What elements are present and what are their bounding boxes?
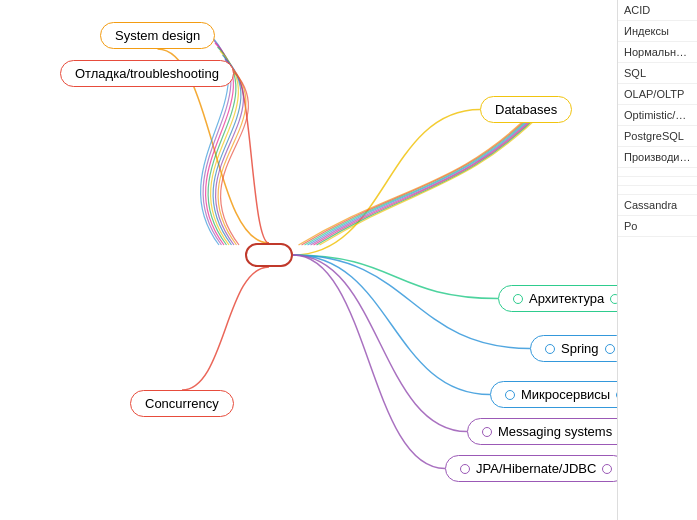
right-panel-item: [618, 186, 697, 195]
node-label: Concurrency: [145, 396, 219, 411]
node-label: Spring: [561, 341, 599, 356]
node-databases[interactable]: Databases: [480, 96, 572, 123]
node-label: Отладка/troubleshooting: [75, 66, 219, 81]
node-label: Databases: [495, 102, 557, 117]
center-node[interactable]: [245, 243, 293, 267]
node-dot-right: [602, 464, 612, 474]
right-panel-item: Производительность/о: [618, 147, 697, 168]
right-panel-item: Индексы: [618, 21, 697, 42]
node-spring[interactable]: Spring: [530, 335, 630, 362]
mindmap-canvas: System designОтладка/troubleshootingData…: [0, 0, 697, 520]
right-panel-items: ACIDИндексыНормальные формSQLOLAP/OLTPOp…: [618, 0, 697, 237]
node-label: Архитектура: [529, 291, 604, 306]
node-system-design[interactable]: System design: [100, 22, 215, 49]
right-panel-item: Cassandra: [618, 195, 697, 216]
node-label: Микросервисы: [521, 387, 610, 402]
node-dot-right: [605, 344, 615, 354]
node-dot: [482, 427, 492, 437]
node-label: System design: [115, 28, 200, 43]
node-dot: [460, 464, 470, 474]
node-architecture[interactable]: Архитектура: [498, 285, 635, 312]
right-panel-item: ACID: [618, 0, 697, 21]
right-panel-item: Optimistic/Pessimist: [618, 105, 697, 126]
node-dot: [545, 344, 555, 354]
node-dot: [505, 390, 515, 400]
right-panel-item: Po: [618, 216, 697, 237]
node-jpa[interactable]: JPA/Hibernate/JDBC: [445, 455, 627, 482]
node-dot: [513, 294, 523, 304]
right-panel-item: OLAP/OLTP: [618, 84, 697, 105]
right-panel-item: Нормальные форм: [618, 42, 697, 63]
right-panel-item: [618, 168, 697, 177]
node-label: Messaging systems: [498, 424, 612, 439]
right-panel: ACIDИндексыНормальные формSQLOLAP/OLTPOp…: [617, 0, 697, 520]
right-panel-item: SQL: [618, 63, 697, 84]
node-concurrency[interactable]: Concurrency: [130, 390, 234, 417]
right-panel-item: PostgreSQL: [618, 126, 697, 147]
node-troubleshooting[interactable]: Отладка/troubleshooting: [60, 60, 234, 87]
right-panel-item: [618, 177, 697, 186]
node-label: JPA/Hibernate/JDBC: [476, 461, 596, 476]
